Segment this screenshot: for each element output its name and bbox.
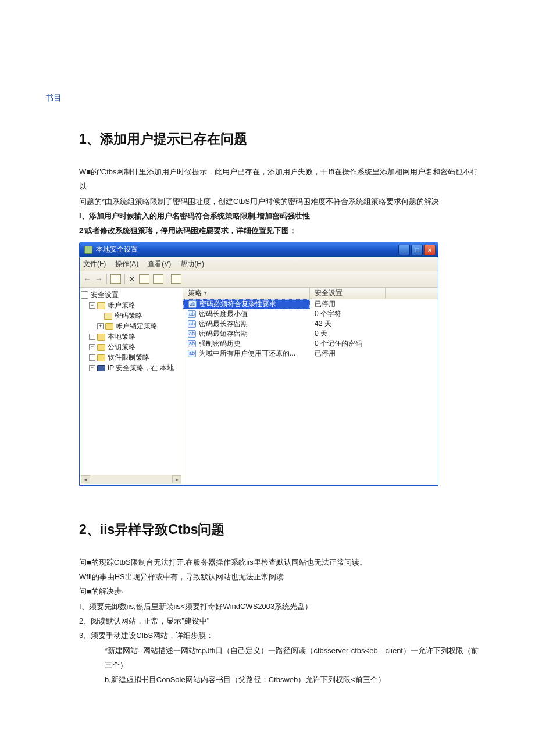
folder-icon	[105, 323, 113, 330]
document-content: 1、添加用户提示已存在问题 W■的"Ctbs网制什里添加用户时候提示，此用户已存…	[0, 130, 535, 687]
sort-asc-icon: ▾	[204, 290, 207, 296]
section-2-p4: I、须要先卸数iis,然后里新装iis<须要打奇好WindCWS2003系统光盘…	[79, 599, 483, 614]
security-root-icon	[81, 291, 88, 299]
titlebar[interactable]: 本地安全设置 _ □ ×	[80, 242, 438, 257]
folder-icon	[97, 354, 105, 361]
tree-item-software-restriction[interactable]: + 软件限制策略	[89, 353, 181, 363]
expand-icon[interactable]: +	[89, 365, 95, 371]
menubar: 文件(F) 操作(A) 查看(V) 帮助(H)	[80, 257, 438, 271]
app-icon	[84, 246, 92, 254]
ip-policy-icon	[97, 365, 105, 371]
list-view[interactable]: 策略▾ 安全设置 ab密码必须符合复杂性要求 已停用 ab密码长度最小值 0 个…	[183, 288, 438, 485]
col-policy[interactable]: 策略▾	[183, 288, 310, 299]
menu-view[interactable]: 查看(V)	[148, 259, 171, 269]
policy-icon: ab	[188, 320, 196, 328]
policy-icon: ab	[188, 310, 196, 318]
policy-icon: ab	[188, 350, 196, 357]
list-row[interactable]: ab为域中所有用户使用可还原的... 已停用	[183, 349, 438, 359]
section-1-p2: 问题的*由系统组策略限制了密码困址度，创建CtbS用户时候的密码困难度不符合系统…	[79, 194, 483, 209]
folder-icon	[97, 302, 105, 309]
section-2-p6: 3、须要手动建设CIbS网站，详细步膜：	[79, 628, 483, 643]
section-1-title: 1、添加用户提示已存在问题	[79, 130, 483, 148]
maximize-button[interactable]: □	[411, 245, 423, 255]
back-icon[interactable]: ←	[83, 274, 91, 284]
menu-action[interactable]: 操作(A)	[115, 259, 138, 269]
expand-icon[interactable]: +	[89, 334, 95, 340]
section-2-p1: 问■的现踪CtbS限制台无法打开.在服务器操作系统iis里检查默认同站也无法正常…	[79, 555, 483, 569]
export-icon[interactable]	[153, 274, 163, 284]
scroll-right-icon[interactable]: ▸	[172, 475, 181, 483]
list-row[interactable]: ab强制密码历史 0 个记住的密码	[183, 339, 438, 349]
properties-icon[interactable]	[139, 274, 149, 284]
minimize-button[interactable]: _	[398, 245, 410, 255]
folder-icon	[97, 334, 105, 341]
section-2-p8: b,新建虚拟书目ConSole网站内容书目（父路径：Ctbsweb）允许下列权限…	[105, 672, 483, 687]
forward-icon[interactable]: →	[95, 274, 103, 284]
list-body: ab密码必须符合复杂性要求 已停用 ab密码长度最小值 0 个字符 ab密码最长…	[183, 299, 438, 359]
menu-file[interactable]: 文件(F)	[83, 259, 106, 269]
collapse-icon[interactable]: −	[89, 302, 95, 309]
split-pane: 安全设置 − 帐户策略 密码策略 + 帐户锁定策略 +	[80, 288, 438, 485]
section-2-p7: *新建网站--网站描述一网站tcpJffi口（自己定义）一路径阅读（ctbsse…	[105, 643, 483, 673]
policy-icon: ab	[188, 340, 196, 347]
tree-item-local-policies[interactable]: + 本地策略	[89, 332, 181, 342]
section-1-p4: 2'或者修改系统狙策珞，停用诙码困难鹿要求，详细位置见下图：	[79, 223, 483, 238]
tree-item-ip-security[interactable]: + IP 安全策略，在 本地	[89, 363, 181, 374]
expand-icon[interactable]: +	[89, 344, 95, 350]
col-setting[interactable]: 安全设置	[310, 288, 386, 299]
policy-icon: ab	[188, 330, 196, 338]
window-title: 本地安全设置	[96, 245, 138, 255]
tree-item-lockout-policy[interactable]: + 帐户锁定策略	[97, 321, 181, 332]
list-row[interactable]: ab密码必须符合复杂性要求 已停用	[183, 299, 438, 309]
menu-help[interactable]: 帮助(H)	[180, 259, 204, 269]
section-2-p5: 2、阅读默认网站，正常，显示"建设中"	[79, 614, 483, 628]
folder-icon	[104, 313, 112, 320]
folder-icon	[97, 344, 105, 351]
tree-item-password-policy[interactable]: 密码策略	[104, 311, 181, 321]
tree-hscrollbar[interactable]: ◂ ▸	[81, 475, 181, 484]
section-2-title: 2、iis异样导致Ctbs问题	[79, 521, 483, 539]
scroll-left-icon[interactable]: ◂	[81, 475, 90, 483]
list-row[interactable]: ab密码长度最小值 0 个字符	[183, 309, 438, 319]
bookmark-label: 书目	[0, 12, 535, 103]
tree-item-account-policies[interactable]: − 帐户策略	[89, 300, 181, 311]
delete-icon[interactable]: ✕	[129, 274, 135, 284]
section-2-p3: 问■的解决步·	[79, 584, 483, 599]
close-button[interactable]: ×	[424, 245, 436, 255]
tree-root[interactable]: 安全设置	[81, 290, 181, 300]
section-1-p1: W■的"Ctbs网制什里添加用户时候提示，此用户已存在，添加用户失败，干Ift在…	[79, 164, 483, 194]
list-row[interactable]: ab密码最短存留期 0 天	[183, 329, 438, 339]
section-2-p2: Wfll的事由HS出现异样或中有，导致默认网站也无法正常阅读	[79, 569, 483, 584]
list-row[interactable]: ab密码最长存留期 42 天	[183, 319, 438, 329]
toolbar: ← → ✕	[80, 271, 438, 288]
up-icon[interactable]	[110, 274, 121, 284]
policy-icon: ab	[188, 300, 197, 308]
local-security-window: 本地安全设置 _ □ × 文件(F) 操作(A) 查看(V) 帮助(H) ← →…	[79, 242, 438, 486]
expand-icon[interactable]: +	[89, 354, 95, 361]
section-1-p3: I、添加用户时候输入的用户名密码符合系统策略限制,增加密码强壮性	[79, 209, 483, 223]
refresh-icon[interactable]	[171, 274, 181, 284]
tree-item-pubkey-policies[interactable]: + 公钥策略	[89, 342, 181, 353]
expand-icon[interactable]: +	[97, 323, 104, 329]
list-header: 策略▾ 安全设置	[183, 288, 438, 299]
tree-view[interactable]: 安全设置 − 帐户策略 密码策略 + 帐户锁定策略 +	[80, 288, 183, 485]
